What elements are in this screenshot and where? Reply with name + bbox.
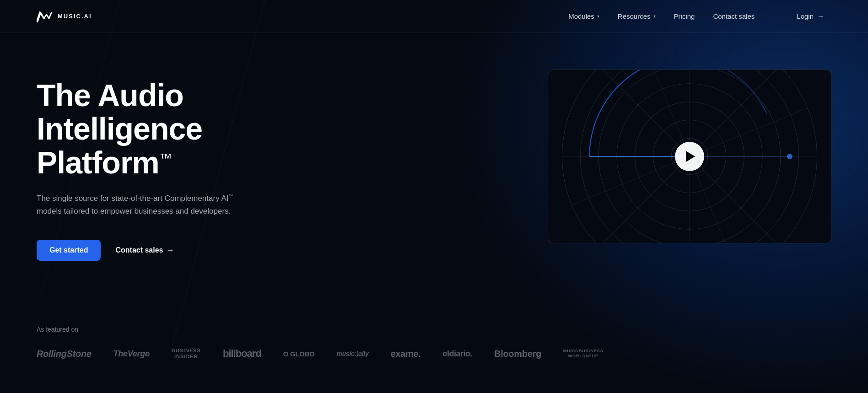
- get-started-button[interactable]: Get started: [37, 240, 101, 261]
- featured-label: As featured on: [37, 326, 831, 333]
- play-button[interactable]: [675, 142, 704, 171]
- nav-modules[interactable]: Modules ▾: [561, 9, 607, 24]
- nav-resources[interactable]: Resources ▾: [610, 9, 663, 24]
- hero-subtitle: The single source for state-of-the-art C…: [37, 192, 256, 218]
- hero-section: The Audio Intelligence Platform™ The sin…: [0, 33, 868, 317]
- hero-content: The Audio Intelligence Platform™ The sin…: [37, 70, 320, 261]
- nav-pricing[interactable]: Pricing: [667, 9, 702, 24]
- nav-contact-sales[interactable]: Contact sales: [706, 9, 762, 24]
- featured-section: As featured on RollingStone TheVerge BUS…: [0, 317, 868, 378]
- nav-links: Modules ▾ Resources ▾ Pricing Contact sa…: [561, 9, 762, 24]
- logo-link[interactable]: MUSIC.AI: [37, 10, 92, 23]
- hero-title: The Audio Intelligence Platform™: [37, 79, 320, 179]
- logo-rolling-stone: RollingStone: [37, 349, 92, 359]
- logo-billboard: billboard: [223, 348, 261, 360]
- logo-musicbusiness: MUSICBUSINESSWORLDWIDE: [563, 349, 604, 359]
- logo-text: MUSIC.AI: [58, 13, 92, 20]
- contact-sales-arrow-icon: →: [167, 246, 174, 254]
- hero-visual: [320, 70, 831, 243]
- navigation: MUSIC.AI Modules ▾ Resources ▾ Pricing C…: [0, 0, 868, 33]
- modules-chevron-icon: ▾: [597, 14, 599, 19]
- logo-globo: O GLOBO: [283, 350, 315, 358]
- resources-chevron-icon: ▾: [653, 14, 656, 19]
- logo-verge: TheVerge: [113, 349, 150, 359]
- logo-musically: music:)ally: [337, 350, 369, 357]
- video-container[interactable]: [548, 70, 831, 243]
- logo-eldiario: eldiario.: [442, 349, 472, 359]
- logo-bloomberg: Bloomberg: [494, 349, 541, 359]
- contact-sales-button[interactable]: Contact sales →: [115, 246, 174, 254]
- logo-icon: [37, 10, 53, 23]
- logo-exame: exame.: [390, 349, 421, 359]
- featured-logos: RollingStone TheVerge BUSINESSINSIDER bi…: [37, 348, 831, 360]
- play-triangle-icon: [686, 151, 695, 162]
- login-arrow-icon: →: [817, 12, 824, 20]
- hero-actions: Get started Contact sales →: [37, 240, 320, 261]
- nav-login[interactable]: Login →: [789, 9, 831, 24]
- logo-business-insider: BUSINESSINSIDER: [172, 348, 201, 360]
